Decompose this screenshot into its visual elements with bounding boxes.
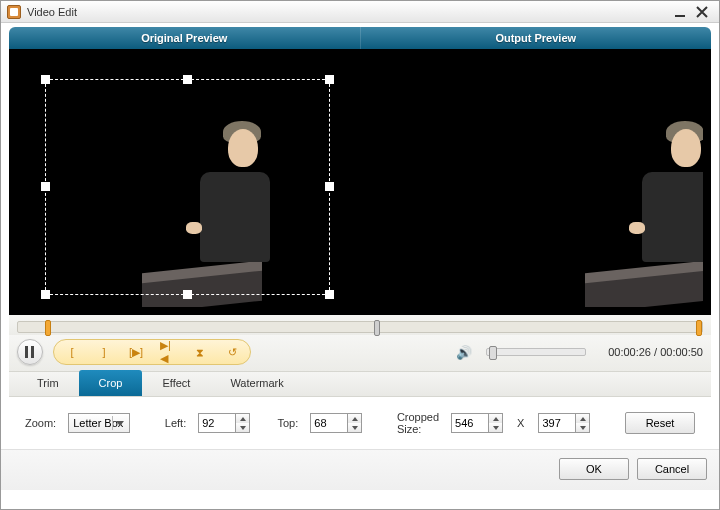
mark-in-icon[interactable]: [: [64, 344, 80, 360]
reset-range-icon[interactable]: ↺: [224, 344, 240, 360]
volume-icon[interactable]: 🔊: [456, 345, 472, 360]
spin-down-icon[interactable]: [576, 423, 589, 432]
trim-in-handle[interactable]: [45, 320, 51, 336]
tab-trim[interactable]: Trim: [17, 370, 79, 396]
crop-panel: Zoom: Letter Box Left: Top: Cropped Size…: [9, 397, 711, 443]
time-current: 00:00:26: [608, 346, 651, 358]
time-total: 00:00:50: [660, 346, 703, 358]
svg-rect-1: [25, 346, 28, 358]
left-spinner[interactable]: [198, 413, 250, 433]
top-spinner[interactable]: [310, 413, 362, 433]
zoom-combo[interactable]: Letter Box: [68, 413, 130, 433]
crop-width-spinner[interactable]: [451, 413, 503, 433]
tab-crop[interactable]: Crop: [79, 370, 143, 396]
spin-down-icon[interactable]: [236, 423, 249, 432]
goto-frame-icon[interactable]: ▶|◀: [160, 344, 176, 360]
time-display: 00:00:26 / 00:00:50: [608, 346, 703, 358]
snapshot-icon[interactable]: ⧗: [192, 344, 208, 360]
mark-out-icon[interactable]: ]: [96, 344, 112, 360]
top-label: Top:: [278, 417, 299, 429]
seek-row: [9, 315, 711, 335]
content-area: Original Preview Output Preview: [9, 27, 711, 443]
top-input[interactable]: [310, 413, 348, 433]
zoom-label: Zoom:: [25, 417, 56, 429]
tab-effect[interactable]: Effect: [142, 370, 210, 396]
crop-marquee[interactable]: [45, 79, 330, 295]
original-preview-label: Original Preview: [9, 27, 361, 49]
seek-slider[interactable]: [17, 321, 703, 333]
crop-height-spinner[interactable]: [538, 413, 590, 433]
spin-down-icon[interactable]: [489, 423, 502, 432]
trim-out-handle[interactable]: [696, 320, 702, 336]
video-edit-window: Video Edit Original Preview Output Previ…: [0, 0, 720, 510]
minimize-button[interactable]: [669, 4, 691, 20]
crop-handle-mid-right[interactable]: [325, 182, 334, 191]
tab-watermark[interactable]: Watermark: [210, 370, 303, 396]
output-preview-pane: [365, 59, 703, 307]
cancel-button[interactable]: Cancel: [637, 458, 707, 480]
crop-handle-top-left[interactable]: [41, 75, 50, 84]
svg-rect-2: [31, 346, 34, 358]
cropped-size-label: Cropped Size:: [397, 411, 439, 435]
dimension-x-label: X: [517, 417, 524, 429]
spin-up-icon[interactable]: [236, 414, 249, 423]
dialog-footer: OK Cancel: [1, 449, 719, 490]
volume-slider[interactable]: [486, 348, 586, 356]
window-title: Video Edit: [27, 6, 669, 18]
left-input[interactable]: [198, 413, 236, 433]
crop-handle-top-mid[interactable]: [183, 75, 192, 84]
play-selection-icon[interactable]: [▶]: [128, 344, 144, 360]
chevron-down-icon: [112, 416, 126, 430]
close-button[interactable]: [691, 4, 713, 20]
seek-playhead[interactable]: [374, 320, 380, 336]
ok-button[interactable]: OK: [559, 458, 629, 480]
crop-height-input[interactable]: [538, 413, 576, 433]
transport-toolbar: [ ] [▶] ▶|◀ ⧗ ↺: [53, 339, 251, 365]
preview-row: [9, 49, 711, 315]
original-preview-pane[interactable]: [17, 59, 355, 307]
titlebar: Video Edit: [1, 1, 719, 23]
crop-width-input[interactable]: [451, 413, 489, 433]
reset-button[interactable]: Reset: [625, 412, 695, 434]
crop-handle-mid-left[interactable]: [41, 182, 50, 191]
left-label: Left:: [165, 417, 186, 429]
app-icon: [7, 5, 21, 19]
transport-row: [ ] [▶] ▶|◀ ⧗ ↺ 🔊 00:00:26 / 00:00:50: [9, 335, 711, 371]
svg-rect-0: [675, 15, 685, 17]
preview-header: Original Preview Output Preview: [9, 27, 711, 49]
crop-handle-bottom-mid[interactable]: [183, 290, 192, 299]
output-preview-label: Output Preview: [361, 27, 712, 49]
play-pause-button[interactable]: [17, 339, 43, 365]
crop-handle-bottom-left[interactable]: [41, 290, 50, 299]
spin-up-icon[interactable]: [489, 414, 502, 423]
volume-thumb[interactable]: [489, 346, 497, 360]
spin-down-icon[interactable]: [348, 423, 361, 432]
tab-bar: Trim Crop Effect Watermark: [9, 371, 711, 397]
crop-handle-top-right[interactable]: [325, 75, 334, 84]
spin-up-icon[interactable]: [348, 414, 361, 423]
crop-handle-bottom-right[interactable]: [325, 290, 334, 299]
spin-up-icon[interactable]: [576, 414, 589, 423]
